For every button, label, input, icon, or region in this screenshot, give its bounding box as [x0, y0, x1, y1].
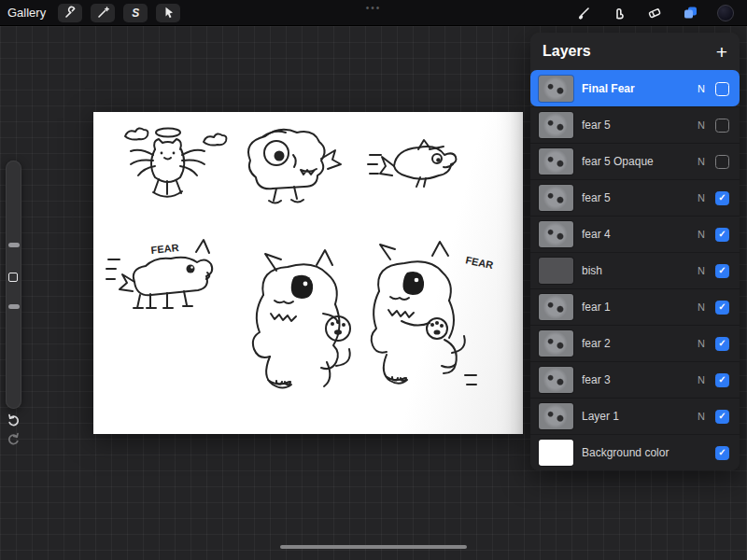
layer-thumbnail[interactable] — [539, 112, 573, 138]
layers-icon — [683, 5, 698, 21]
layer-name: fear 4 — [582, 228, 687, 241]
layer-visibility-checkbox[interactable] — [715, 410, 729, 424]
layer-row[interactable]: fear 4 N — [530, 216, 740, 252]
layer-visibility-checkbox[interactable] — [715, 373, 729, 387]
drawing-canvas[interactable]: FEAR — [93, 112, 523, 434]
fear-annotation-2: FEAR — [465, 254, 495, 271]
layer-visibility-checkbox[interactable] — [715, 301, 729, 315]
blend-mode-badge[interactable]: N — [696, 411, 707, 422]
erase-button[interactable] — [644, 3, 665, 23]
fear-annotation-1: FEAR — [150, 242, 179, 256]
eraser-icon — [647, 6, 662, 21]
layer-thumbnail[interactable] — [539, 148, 573, 175]
top-toolbar: Gallery S ••• — [0, 0, 747, 26]
layer-visibility-checkbox[interactable] — [715, 228, 729, 242]
layer-thumbnail[interactable] — [539, 294, 573, 320]
layer-thumbnail[interactable] — [539, 330, 573, 357]
layer-thumbnail[interactable] — [539, 258, 573, 284]
layer-visibility-checkbox[interactable] — [715, 191, 729, 205]
wrench-icon — [63, 6, 78, 20]
layer-name: fear 5 Opaque — [582, 155, 687, 168]
layer-row[interactable]: fear 5 N — [530, 179, 740, 216]
home-indicator[interactable] — [280, 545, 467, 549]
layer-row[interactable]: fear 1 N — [530, 288, 740, 325]
layer-name: fear 5 — [582, 191, 687, 204]
layer-name: bish — [582, 264, 687, 277]
layer-thumbnail[interactable] — [539, 440, 573, 466]
layer-visibility-checkbox[interactable] — [715, 119, 729, 133]
layer-row[interactable]: Layer 1 N — [530, 398, 740, 434]
redo-button[interactable] — [7, 431, 21, 445]
layer-name: fear 5 — [582, 119, 687, 132]
layers-panel-title: Layers — [543, 43, 591, 60]
layer-row[interactable]: fear 3 N — [530, 361, 740, 398]
adjustments-button[interactable] — [91, 4, 115, 22]
blend-mode-badge[interactable]: N — [696, 229, 707, 240]
layer-row[interactable]: bish N — [530, 252, 740, 288]
layer-row[interactable]: Final Fear N — [530, 70, 740, 106]
layer-thumbnail[interactable] — [539, 185, 573, 211]
color-swatch-icon — [717, 5, 734, 21]
window-drag-dots[interactable]: ••• — [366, 3, 382, 13]
transform-arrow-icon — [162, 6, 176, 20]
blend-mode-badge[interactable]: N — [696, 338, 707, 349]
layer-thumbnail[interactable] — [539, 221, 573, 247]
drawing-big-creature-1 — [253, 250, 350, 388]
blend-mode-badge[interactable]: N — [696, 265, 707, 276]
redo-icon — [7, 431, 21, 445]
brush-sidebar — [6, 161, 21, 409]
blend-mode-badge[interactable]: N — [696, 156, 707, 167]
blend-mode-badge[interactable]: N — [696, 119, 707, 131]
layer-row[interactable]: fear 5 Opaque N — [530, 143, 740, 179]
blend-mode-badge[interactable]: N — [696, 374, 707, 385]
drawing-angel-fish — [125, 128, 227, 196]
layer-name: Final Fear — [582, 82, 687, 95]
layer-name: fear 2 — [582, 337, 687, 350]
layer-visibility-checkbox[interactable] — [715, 82, 729, 96]
layer-name: Background color — [582, 446, 687, 459]
drawing-big-creature-2 — [372, 242, 476, 385]
layers-panel: Layers + Final Fear N fear 5 N fear 5 Op… — [530, 33, 740, 470]
layer-row[interactable]: fear 2 N — [530, 325, 740, 361]
layer-thumbnail[interactable] — [539, 76, 573, 102]
finger-icon — [612, 6, 627, 21]
brush-size-slider[interactable] — [8, 243, 20, 247]
layer-row[interactable]: fear 5 N — [530, 106, 740, 143]
layer-visibility-checkbox[interactable] — [715, 155, 729, 169]
modify-button[interactable] — [8, 273, 18, 282]
paint-button[interactable] — [573, 3, 594, 23]
undo-button[interactable] — [7, 413, 21, 427]
undo-icon — [7, 413, 21, 427]
selection-button[interactable]: S — [123, 4, 148, 22]
layer-name: Layer 1 — [582, 410, 687, 423]
add-layer-button[interactable]: + — [716, 42, 727, 62]
layer-visibility-checkbox[interactable] — [715, 337, 729, 351]
drawing-swimming-fish — [368, 140, 456, 187]
layers-button[interactable] — [680, 3, 700, 23]
layer-thumbnail[interactable] — [539, 403, 573, 429]
layers-list: Final Fear N fear 5 N fear 5 Opaque N fe… — [530, 70, 740, 470]
layers-panel-header: Layers + — [530, 33, 740, 70]
color-button[interactable] — [715, 3, 736, 23]
transform-button[interactable] — [156, 4, 180, 22]
layer-row[interactable]: Background color — [530, 434, 740, 470]
actions-button[interactable] — [58, 4, 82, 22]
selection-s-icon: S — [132, 7, 139, 20]
layer-thumbnail[interactable] — [539, 367, 573, 393]
magic-wand-icon — [96, 6, 110, 20]
layer-name: fear 1 — [582, 301, 687, 314]
layer-visibility-checkbox[interactable] — [715, 446, 729, 460]
smudge-button[interactable] — [609, 3, 629, 23]
drawing-bigeye-fish — [248, 130, 341, 203]
brush-icon — [576, 6, 591, 21]
layer-visibility-checkbox[interactable] — [715, 264, 729, 278]
opacity-slider[interactable] — [8, 304, 20, 309]
blend-mode-badge[interactable]: N — [696, 83, 707, 94]
blend-mode-badge[interactable]: N — [696, 301, 707, 313]
canvas-artwork: FEAR — [93, 112, 523, 434]
blend-mode-badge[interactable]: N — [696, 192, 707, 203]
gallery-button[interactable]: Gallery — [7, 6, 46, 20]
layer-name: fear 3 — [582, 373, 687, 386]
